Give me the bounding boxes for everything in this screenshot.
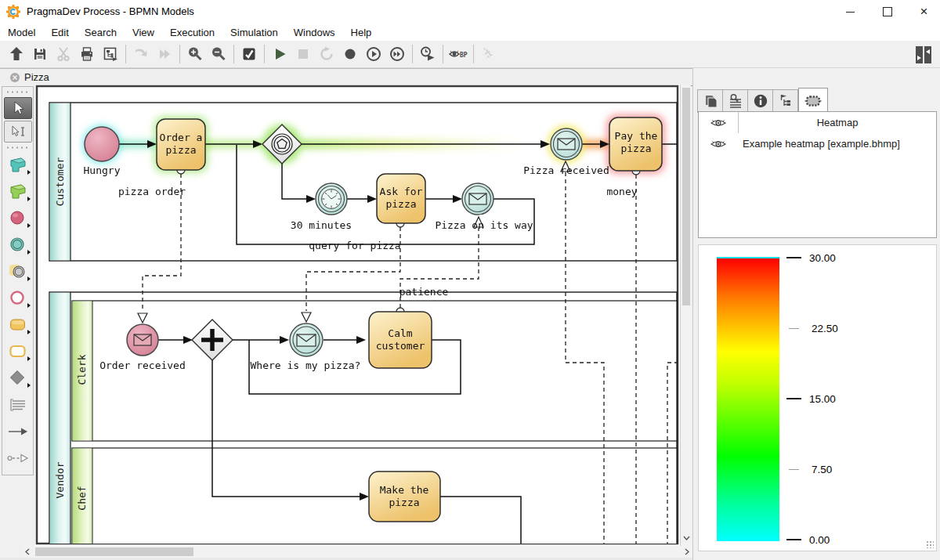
task-tool[interactable] <box>4 312 32 338</box>
visibility-eye-icon[interactable] <box>710 117 727 128</box>
heatmap-tree-header-row[interactable]: Heatmap <box>699 112 936 133</box>
window-title: PragmaDev Process - BPMN Models <box>27 5 194 17</box>
task-order-a-pizza[interactable]: Order a pizza <box>157 119 205 170</box>
panel-toggle-button[interactable] <box>912 44 935 66</box>
task-pay-the-pizza[interactable]: Pay the pizza <box>609 117 662 171</box>
tab-close-icon[interactable] <box>9 72 20 83</box>
select-tool-button[interactable] <box>4 97 32 119</box>
start-event-hungry[interactable] <box>85 127 119 161</box>
lane-icon <box>9 182 27 201</box>
lane-clerk-label: Clerk <box>76 354 88 385</box>
task-calm-customer[interactable]: Calm customer <box>369 312 432 368</box>
horizontal-scroll-thumb[interactable] <box>35 547 193 556</box>
tab-pages[interactable] <box>698 90 723 112</box>
step-play-button[interactable] <box>362 43 385 65</box>
message-event-where-is-my-pizza[interactable] <box>290 323 323 356</box>
heatmap-tree-item-row[interactable]: Example heatmap [example.bhmp] <box>699 133 936 154</box>
menu-help[interactable]: Help <box>343 27 380 38</box>
palette-dropdown-arrow[interactable] <box>27 383 31 388</box>
trace-button[interactable] <box>477 43 501 65</box>
redo-step-button[interactable] <box>129 43 153 65</box>
play-button[interactable] <box>268 43 291 65</box>
scroll-down-arrow[interactable] <box>682 533 691 544</box>
loop-button[interactable] <box>315 43 338 65</box>
task-ask-for-pizza[interactable]: Ask for pizza <box>377 174 425 223</box>
menu-edit[interactable]: Edit <box>43 27 76 38</box>
lane-chef-label: Chef <box>76 486 88 510</box>
menu-model[interactable]: Model <box>0 27 43 38</box>
pool-tool[interactable] <box>4 152 32 179</box>
view-bp-button[interactable]: BP <box>446 43 470 65</box>
minimize-button[interactable] <box>833 0 868 23</box>
select-text-tool-button[interactable] <box>4 121 32 143</box>
menu-view[interactable]: View <box>125 27 162 38</box>
print-button[interactable] <box>75 43 99 65</box>
tick-mark <box>786 398 801 399</box>
palette-dropdown-arrow[interactable] <box>27 223 31 228</box>
sequence-flow-tool[interactable] <box>4 418 32 445</box>
toolbar-separator <box>412 45 413 63</box>
resize-grip[interactable] <box>926 540 934 548</box>
document-tab-pizza[interactable]: Pizza <box>0 69 57 85</box>
palette-drag-handle[interactable] <box>5 145 31 150</box>
maximize-button[interactable] <box>870 0 905 23</box>
record-button[interactable] <box>338 43 362 65</box>
timer-event-30-minutes[interactable] <box>316 183 347 215</box>
zoom-out-button[interactable] <box>207 43 230 65</box>
palette-dropdown-arrow[interactable] <box>27 276 31 281</box>
stop-button[interactable] <box>291 43 315 65</box>
canvas-horizontal-scrollbar[interactable] <box>22 546 692 558</box>
fast-forward-icon <box>389 45 406 63</box>
pool-customer[interactable]: Customer <box>49 103 677 261</box>
menu-windows[interactable]: Windows <box>286 27 343 38</box>
message-start-event-order-received[interactable] <box>127 324 158 356</box>
palette-dropdown-arrow[interactable] <box>27 303 31 308</box>
palette-dropdown-arrow[interactable] <box>27 250 31 255</box>
tab-heatmap[interactable] <box>798 88 828 113</box>
palette-dropdown-arrow[interactable] <box>27 197 31 201</box>
redo-all-button[interactable] <box>153 43 176 65</box>
close-button[interactable]: × <box>906 0 940 23</box>
tab-info[interactable] <box>748 90 773 112</box>
menu-search[interactable]: Search <box>77 27 125 38</box>
svg-text:BP: BP <box>460 52 468 59</box>
scroll-left-arrow[interactable] <box>22 546 33 558</box>
timed-run-button[interactable] <box>416 43 439 65</box>
tab-tree-flag[interactable] <box>773 90 797 112</box>
text-annotation-tool[interactable] <box>4 392 32 418</box>
diagram-canvas[interactable]: Customer Vendor Clerk Chef <box>35 85 680 546</box>
cut-button[interactable] <box>52 43 75 65</box>
palette-dropdown-arrow[interactable] <box>27 356 31 361</box>
vertical-scroll-thumb[interactable] <box>682 88 690 305</box>
start-event-tool[interactable] <box>4 205 32 232</box>
save-button[interactable] <box>28 43 52 65</box>
message-event-pizza-on-its-way[interactable] <box>462 183 494 215</box>
loop-icon <box>318 45 335 63</box>
fast-forward-button[interactable] <box>385 43 409 65</box>
message-event-pizza-received[interactable] <box>551 128 582 160</box>
palette-dropdown-arrow[interactable] <box>27 170 31 175</box>
boundary-event-tool[interactable] <box>4 258 32 285</box>
visibility-eye-icon[interactable] <box>710 139 727 150</box>
start-event-icon <box>9 209 27 228</box>
export-tree-button[interactable] <box>99 43 122 65</box>
task-make-the-pizza[interactable]: Make the pizza <box>369 471 440 522</box>
gateway-tool[interactable] <box>4 365 32 392</box>
intermediate-event-tool[interactable] <box>4 232 32 258</box>
validate-check-button[interactable] <box>237 43 261 65</box>
palette-drag-handle[interactable] <box>5 89 31 95</box>
palette-dropdown-arrow[interactable] <box>27 330 31 334</box>
scroll-right-arrow[interactable] <box>682 546 692 558</box>
menu-simulation[interactable]: Simulation <box>222 27 286 38</box>
menu-execution[interactable]: Execution <box>162 27 222 38</box>
sub-process-tool[interactable] <box>4 338 32 365</box>
zoom-in-button[interactable] <box>183 43 207 65</box>
canvas-vertical-scrollbar[interactable] <box>680 85 691 546</box>
tab-search-list[interactable] <box>723 90 748 112</box>
message-flow-tool[interactable] <box>4 445 32 471</box>
upload-arrow-button[interactable] <box>5 43 28 65</box>
lane-tool[interactable] <box>4 179 32 205</box>
toolbar-separator <box>264 45 265 63</box>
app-logo-icon <box>6 5 20 19</box>
end-event-tool[interactable] <box>4 285 32 312</box>
